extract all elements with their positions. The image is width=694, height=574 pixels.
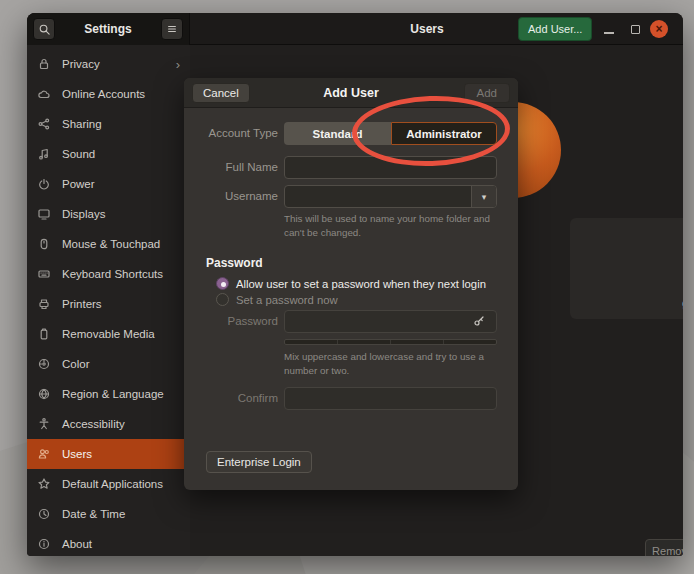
sidebar-item-region-language[interactable]: Region & Language <box>27 379 190 409</box>
page-title: Users <box>410 13 443 45</box>
lock-icon <box>37 57 51 71</box>
sidebar-item-sound[interactable]: Sound <box>27 139 190 169</box>
close-button[interactable]: × <box>650 20 668 38</box>
add-user-dialog: Cancel Add User Add Account Type Standar… <box>184 78 518 490</box>
password-section-title: Password <box>206 256 263 270</box>
minimize-button[interactable] <box>604 32 614 34</box>
sidebar-item-about[interactable]: About <box>27 529 190 556</box>
generate-password-key-icon[interactable] <box>472 314 486 328</box>
headerbar: Settings Users Add User... × <box>27 13 683 45</box>
share-icon <box>37 117 51 131</box>
add-user-button[interactable]: Add User... <box>518 17 592 41</box>
sidebar-item-color[interactable]: Color <box>27 349 190 379</box>
account-type-label: Account Type <box>192 127 278 139</box>
radio-set-password-now[interactable]: Set a password now <box>216 293 338 306</box>
administrator-button[interactable]: Administrator <box>391 122 497 145</box>
keyboard-icon <box>37 267 51 281</box>
info-icon <box>37 537 51 551</box>
password-input[interactable] <box>284 310 497 333</box>
removable-media-icon <box>37 327 51 341</box>
color-icon <box>37 357 51 371</box>
sidebar-item-accessibility[interactable]: Accessibility <box>27 409 190 439</box>
clock-icon <box>37 507 51 521</box>
menu-button[interactable] <box>161 18 183 40</box>
radio-selected-icon <box>216 277 229 290</box>
remove-user-button[interactable]: Remove User... <box>645 539 683 556</box>
full-name-input[interactable] <box>284 156 497 179</box>
sidebar-item-printers[interactable]: Printers <box>27 289 190 319</box>
username-input[interactable] <box>284 185 497 208</box>
sidebar-item-removable-media[interactable]: Removable Media <box>27 319 190 349</box>
dialog-header: Cancel Add User Add <box>184 78 518 108</box>
sidebar-item-sharing[interactable]: Sharing <box>27 109 190 139</box>
username-dropdown-button[interactable]: ▾ <box>471 186 496 207</box>
radio-unselected-icon <box>216 293 229 306</box>
sidebar-item-power[interactable]: Power <box>27 169 190 199</box>
password-label: Password <box>192 315 278 327</box>
confirm-label: Confirm <box>192 392 278 404</box>
chevron-down-icon: ▾ <box>482 192 487 202</box>
settings-window: ••••• › ged in › Remove User... Settings… <box>27 13 683 556</box>
sidebar-item-keyboard-shortcuts[interactable]: Keyboard Shortcuts <box>27 259 190 289</box>
printer-icon <box>37 297 51 311</box>
sidebar-item-online-accounts[interactable]: Online Accounts <box>27 79 190 109</box>
sidebar-item-users[interactable]: Users <box>27 439 190 469</box>
star-icon <box>37 477 51 491</box>
users-icon <box>37 447 51 461</box>
account-type-segmented: Standard Administrator <box>284 122 497 145</box>
sidebar-headerbar: Settings <box>27 13 190 45</box>
power-icon <box>37 177 51 191</box>
logged-in-row-label: ged in <box>682 297 683 309</box>
standard-button[interactable]: Standard <box>284 122 391 145</box>
username-label: Username <box>192 190 278 202</box>
sidebar: Privacy › Online Accounts Sharing Sound … <box>27 45 190 556</box>
sidebar-item-mouse-touchpad[interactable]: Mouse & Touchpad <box>27 229 190 259</box>
cloud-icon <box>37 87 51 101</box>
sidebar-item-default-applications[interactable]: Default Applications <box>27 469 190 499</box>
confirm-input[interactable] <box>284 387 497 410</box>
sidebar-item-date-time[interactable]: Date & Time <box>27 499 190 529</box>
account-rows-panel: ••••• › ged in › <box>570 218 683 319</box>
username-hint: This will be used to name your home fold… <box>284 212 496 239</box>
maximize-button[interactable] <box>631 25 640 34</box>
full-name-label: Full Name <box>192 161 278 173</box>
globe-icon <box>37 387 51 401</box>
add-button[interactable]: Add <box>464 83 510 103</box>
password-hint: Mix uppercase and lowercase and try to u… <box>284 350 496 377</box>
sidebar-item-displays[interactable]: Displays <box>27 199 190 229</box>
accessibility-icon <box>37 417 51 431</box>
hamburger-menu-icon <box>166 23 178 35</box>
password-strength-meter <box>284 339 497 345</box>
display-icon <box>37 207 51 221</box>
radio-set-at-next-login[interactable]: Allow user to set a password when they n… <box>216 277 486 290</box>
mouse-icon <box>37 237 51 251</box>
music-note-icon <box>37 147 51 161</box>
sidebar-item-privacy[interactable]: Privacy › <box>27 49 190 79</box>
enterprise-login-button[interactable]: Enterprise Login <box>206 451 312 473</box>
chevron-right-icon: › <box>176 58 180 71</box>
